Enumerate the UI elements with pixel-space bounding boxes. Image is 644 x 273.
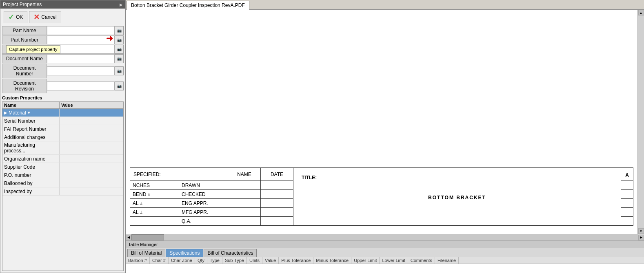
col-comments: Comments — [408, 257, 435, 264]
cp-row-inspected[interactable]: Inspected by — [2, 187, 123, 196]
document-number-row: Document Number 📷 — [2, 64, 124, 78]
part-name-row: Part Name 📷 — [2, 26, 124, 35]
scroll-up-arrow[interactable]: ▲ — [638, 10, 644, 15]
part-number-label: Part Number — [2, 35, 47, 44]
title-block-table: SPECIFIED: NAME DATE — [130, 167, 633, 226]
rev-detail2 — [621, 190, 633, 199]
cp-value-org[interactable] — [60, 155, 123, 163]
document-revision-input[interactable] — [47, 81, 115, 90]
form-fields: Part Name 📷 Part Number 📷 ➜ — [0, 26, 125, 94]
checked-label: CHECKED — [179, 190, 228, 199]
part-number-capture-button[interactable]: 📷 ➜ — [115, 35, 124, 44]
panel-pin-button[interactable]: ▶ — [120, 2, 123, 7]
cp-row-supplier[interactable]: Supplier Code — [2, 163, 123, 171]
tab-specifications[interactable]: Specifications — [166, 249, 203, 257]
cp-value-material[interactable] — [60, 109, 123, 117]
col-sub-type: Sub-Type — [222, 257, 247, 264]
cp-row-fai[interactable]: FAI Report Number — [2, 125, 123, 133]
scroll-left-arrow[interactable]: ◀ — [126, 235, 131, 240]
cp-row-org[interactable]: Organization name — [2, 155, 123, 163]
vertical-scrollbar[interactable]: ▲ ▼ — [637, 10, 644, 234]
cancel-button[interactable]: ✕ Cancel — [29, 11, 61, 23]
custom-properties-section: Custom Properties Name Value ▶ Material … — [2, 95, 124, 271]
tolerance-specified: NCHES — [130, 181, 179, 190]
cp-value-ballooned[interactable] — [60, 179, 123, 187]
custom-properties-title: Custom Properties — [2, 95, 124, 100]
cp-row-po[interactable]: P.O. number — [2, 171, 123, 179]
checked-name — [228, 190, 261, 199]
grid-header-row: Balloon # Char # Char Zone Qty Type Sub-… — [126, 257, 644, 264]
cancel-label: Cancel — [41, 14, 56, 20]
cp-row-serial-number[interactable]: Serial Number — [2, 117, 123, 125]
col-plus-tol: Plus Tolerance — [279, 257, 313, 264]
panel-action-buttons: ✓ OK ✕ Cancel — [0, 9, 125, 26]
mfg-name — [228, 208, 261, 217]
ok-label: OK — [16, 14, 23, 20]
part-revision-input[interactable] — [47, 45, 115, 54]
title-block-wrapper: SPECIFIED: NAME DATE — [130, 167, 633, 226]
top-tab-bar: Botton Bracket Girder Coupler Inspection… — [126, 0, 644, 10]
al-tol1: AL ± — [130, 199, 179, 208]
ok-button[interactable]: ✓ OK — [4, 11, 27, 23]
dropdown-icon-material[interactable]: ▼ — [27, 110, 31, 115]
tab-bill-of-material[interactable]: Bill of Material — [127, 249, 165, 257]
part-number-row: Part Number 📷 ➜ Capture project property — [2, 35, 124, 44]
specified-cell: SPECIFIED: — [130, 168, 179, 181]
document-name-input[interactable] — [47, 54, 115, 63]
rev-detail3 — [621, 199, 633, 208]
document-number-input[interactable] — [47, 66, 115, 75]
panel-title-bar: Project Properties ▶ — [0, 0, 125, 9]
tab-bill-of-characteristics[interactable]: Bill of Characteristics — [204, 249, 257, 257]
drawn-name — [228, 181, 261, 190]
qa-date — [261, 217, 293, 226]
cp-column-value: Value — [60, 102, 123, 108]
col-units: Units — [247, 257, 262, 264]
capture-icon: 📷 — [117, 29, 122, 33]
document-revision-capture-button[interactable]: 📷 — [115, 81, 124, 90]
part-name-capture-button[interactable]: 📷 — [115, 26, 124, 35]
table-manager-title: Table Manager — [126, 241, 644, 248]
table-manager-section: Table Manager Bill of Material Specifica… — [126, 240, 644, 273]
col-upper-limit: Upper Limit — [351, 257, 380, 264]
col-lower-limit: Lower Limit — [380, 257, 408, 264]
pdf-tab[interactable]: Botton Bracket Girder Coupler Inspection… — [127, 1, 249, 10]
title-value: BOTTOM BRACKET — [302, 185, 613, 203]
document-name-capture-button[interactable]: 📷 — [115, 54, 124, 63]
expand-icon-material: ▶ — [4, 110, 7, 115]
cp-value-fai[interactable] — [60, 125, 123, 133]
cp-row-material[interactable]: ▶ Material ▼ — [2, 109, 123, 117]
scroll-right-arrow[interactable]: ▶ — [638, 235, 644, 240]
part-revision-capture-button[interactable]: 📷 — [115, 45, 124, 54]
project-properties-panel: Project Properties ▶ ✓ OK ✕ Cancel Part … — [0, 0, 126, 273]
document-number-capture-button[interactable]: 📷 — [115, 66, 124, 75]
date-header: DATE — [261, 168, 293, 181]
cp-value-additional[interactable] — [60, 133, 123, 141]
cp-value-manufacturing[interactable] — [60, 141, 123, 154]
cp-row-ballooned[interactable]: Ballooned by — [2, 179, 123, 187]
horizontal-scrollbar[interactable]: ◀ ▶ — [126, 234, 644, 240]
cp-value-inspected[interactable] — [60, 187, 123, 195]
grid-scroll: Balloon # Char # Char Zone Qty Type Sub-… — [126, 257, 644, 273]
qa-tol — [130, 217, 179, 226]
mfg-date — [261, 208, 293, 217]
cp-row-manufacturing[interactable]: Manufacturing process... — [2, 141, 123, 155]
table-row: SPECIFIED: NAME DATE — [130, 168, 633, 181]
cp-row-additional[interactable]: Additional changes — [2, 133, 123, 141]
name-header: NAME — [228, 168, 261, 181]
drawn-date — [261, 181, 293, 190]
document-number-label: Document Number — [2, 64, 47, 78]
cp-name-manufacturing: Manufacturing process... — [2, 141, 60, 154]
rev-detail4 — [621, 208, 633, 217]
col-value: Value — [262, 257, 279, 264]
bend-tol: BEND ± — [130, 190, 179, 199]
col-minus-tol: Minus Tolerance — [313, 257, 351, 264]
part-number-input[interactable] — [47, 35, 115, 44]
cp-value-supplier[interactable] — [60, 163, 123, 171]
pdf-scroll-area: SPECIFIED: NAME DATE — [126, 10, 644, 234]
cp-value-po[interactable] — [60, 171, 123, 179]
document-revision-label: Document Revision — [2, 79, 47, 93]
eng-date — [261, 199, 293, 208]
scroll-down-arrow[interactable]: ▼ — [638, 228, 644, 234]
part-name-input[interactable] — [47, 26, 115, 35]
cp-value-serial-number[interactable] — [60, 117, 123, 125]
